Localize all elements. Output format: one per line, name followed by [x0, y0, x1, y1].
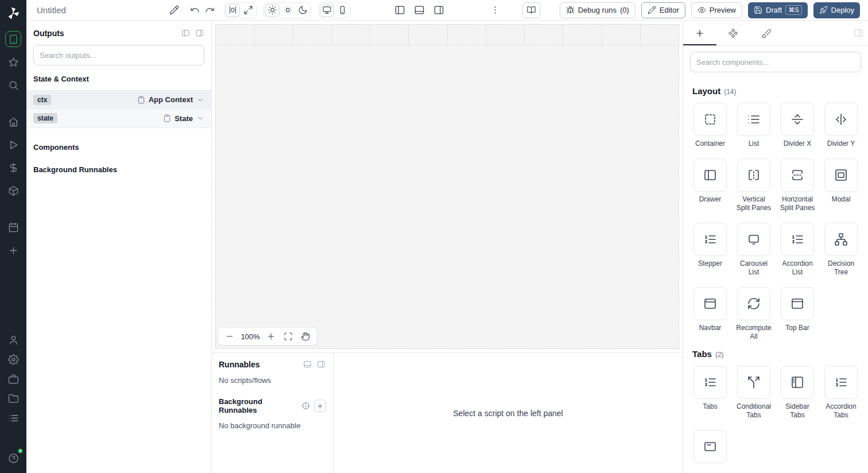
- zero-padding-toggle[interactable]: [226, 4, 240, 17]
- component-card-accordion-tabs[interactable]: Accordion Tabs: [823, 366, 859, 420]
- component-card[interactable]: [737, 158, 770, 192]
- sidebar-item-resources[interactable]: [5, 183, 21, 199]
- component-card[interactable]: [693, 366, 727, 399]
- canvas-grid[interactable]: [215, 24, 679, 349]
- sidebar-item-folders[interactable]: [5, 390, 21, 406]
- toggle-bottom-panel-button[interactable]: [412, 3, 427, 18]
- list-menu-icon: [8, 413, 19, 424]
- desktop-view-button[interactable]: [320, 4, 334, 17]
- chevron-down-icon[interactable]: [196, 96, 204, 104]
- ctx-output-row[interactable]: ctx App Context: [26, 90, 211, 109]
- tab-styling[interactable]: [750, 21, 783, 45]
- deploy-button[interactable]: Deploy: [813, 2, 860, 18]
- theme-dark-button[interactable]: [296, 4, 309, 17]
- add-background-runnable-button[interactable]: [314, 400, 326, 412]
- zoom-out-button[interactable]: [223, 329, 237, 343]
- tab-insert-component[interactable]: [683, 21, 716, 45]
- sidebar-item-create[interactable]: [5, 242, 21, 258]
- component-card[interactable]: [824, 366, 858, 399]
- component-card-modal[interactable]: Modal: [823, 158, 859, 212]
- component-card[interactable]: [737, 287, 770, 320]
- fit-canvas-button[interactable]: [281, 329, 295, 343]
- component-card[interactable]: [693, 103, 727, 136]
- sidebar-item-variables[interactable]: [5, 160, 21, 176]
- dock-right-icon[interactable]: [195, 29, 204, 38]
- sidebar-item-runs[interactable]: [5, 137, 21, 153]
- component-card-decision-tree[interactable]: Decision Tree: [823, 223, 859, 277]
- more-menu-button[interactable]: [488, 3, 503, 18]
- component-card-top-bar[interactable]: Top Bar: [780, 287, 815, 341]
- tab-component-settings[interactable]: [716, 21, 750, 45]
- component-card-conditional-tabs[interactable]: Conditional Tabs: [736, 366, 772, 420]
- redo-button[interactable]: [202, 3, 217, 18]
- dock-bottom-icon[interactable]: [303, 360, 312, 369]
- component-card-accordion-list[interactable]: Accordion List: [780, 223, 815, 277]
- component-card[interactable]: [781, 158, 814, 192]
- help-button[interactable]: [5, 450, 21, 466]
- dock-left-icon[interactable]: [181, 29, 191, 38]
- component-card-sidebar-tabs[interactable]: Sidebar Tabs: [780, 366, 815, 420]
- component-card-divider-x[interactable]: Divider X: [780, 103, 815, 148]
- component-card-recompute-all[interactable]: Recompute All: [736, 287, 772, 341]
- component-card-container[interactable]: Container: [692, 103, 728, 148]
- outputs-search-input[interactable]: [33, 45, 204, 65]
- toggle-right-panel-button[interactable]: [431, 3, 446, 18]
- component-card[interactable]: [737, 366, 770, 399]
- dock-right-icon[interactable]: [317, 360, 326, 369]
- windmill-logo[interactable]: [6, 6, 21, 21]
- component-card-divider-y[interactable]: Divider Y: [823, 103, 859, 148]
- component-card-tabs[interactable]: Tabs: [692, 366, 728, 420]
- save-draft-button[interactable]: Draft ⌘S: [748, 2, 808, 18]
- component-card[interactable]: [824, 223, 858, 256]
- pan-tool-button[interactable]: [299, 329, 312, 343]
- component-card[interactable]: [824, 158, 858, 192]
- component-card-list[interactable]: List: [736, 103, 772, 148]
- zoom-in-button[interactable]: [264, 329, 278, 343]
- sidebar-item-settings[interactable]: [5, 351, 21, 367]
- editor-mode-button[interactable]: Editor: [641, 2, 685, 18]
- component-card-carousel-list[interactable]: Carousel List: [736, 223, 772, 277]
- debug-runs-button[interactable]: Debug runs (0): [560, 2, 636, 18]
- fit-width-toggle[interactable]: [241, 4, 255, 17]
- chevron-down-icon[interactable]: [196, 114, 204, 122]
- component-card[interactable]: [824, 103, 858, 136]
- component-card[interactable]: [781, 366, 814, 399]
- theme-auto-button[interactable]: [281, 4, 294, 17]
- sidebar-item-search[interactable]: [5, 77, 21, 93]
- theme-light-button[interactable]: [265, 4, 280, 17]
- component-card-stepper[interactable]: Stepper: [692, 223, 728, 277]
- docs-button[interactable]: [522, 2, 540, 18]
- component-card[interactable]: [781, 287, 814, 320]
- expand-icon: [284, 332, 293, 341]
- component-card[interactable]: [693, 287, 727, 320]
- rename-app-button[interactable]: [166, 3, 181, 18]
- collapse-right-panel-button[interactable]: [854, 21, 863, 45]
- sidebar-item-app-editor[interactable]: [5, 31, 21, 47]
- component-card-horizontal-split-panes[interactable]: Horizontal Split Panes: [780, 158, 815, 212]
- component-card[interactable]: [693, 223, 727, 256]
- sidebar-item-workers[interactable]: [5, 371, 21, 387]
- sidebar-item-users[interactable]: [5, 332, 21, 348]
- sidebar-item-favorites[interactable]: [5, 54, 21, 70]
- app-title[interactable]: Untitled: [37, 5, 66, 15]
- state-output-row[interactable]: state State: [26, 109, 211, 128]
- component-card[interactable]: [693, 158, 727, 192]
- preview-mode-button[interactable]: Preview: [691, 2, 742, 18]
- component-card[interactable]: [693, 430, 727, 463]
- component-card[interactable]: [737, 223, 770, 256]
- sidebar-item-schedules[interactable]: [5, 219, 21, 235]
- component-card-navbar[interactable]: Navbar: [692, 287, 728, 341]
- components-search-input[interactable]: [690, 52, 861, 72]
- undo-button[interactable]: [187, 3, 202, 18]
- component-card[interactable]: [781, 223, 814, 256]
- app-canvas[interactable]: 100%: [212, 21, 683, 352]
- component-card-drawer[interactable]: Drawer: [692, 158, 728, 212]
- sidebar-item-logs[interactable]: [5, 410, 21, 426]
- component-card-invisible-tabs[interactable]: [692, 430, 728, 463]
- component-card[interactable]: [737, 103, 770, 136]
- toggle-left-panel-button[interactable]: [392, 3, 407, 18]
- component-card[interactable]: [781, 103, 814, 136]
- component-card-vertical-split-panes[interactable]: Vertical Split Panes: [736, 158, 772, 212]
- mobile-view-button[interactable]: [335, 4, 349, 17]
- sidebar-item-home[interactable]: [5, 114, 21, 130]
